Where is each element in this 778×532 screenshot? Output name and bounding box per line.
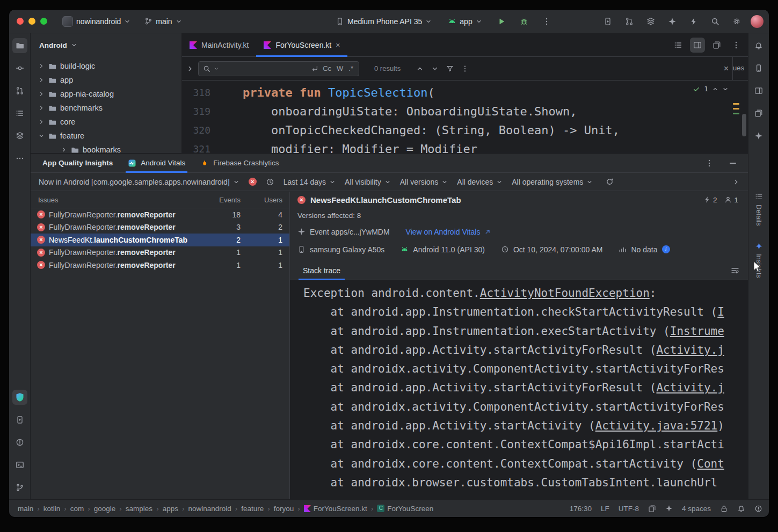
info-icon[interactable]: i: [662, 245, 670, 253]
time-range-filter[interactable]: Last 14 days: [283, 178, 336, 186]
preview-layout-button[interactable]: [709, 38, 724, 53]
run-config-selector[interactable]: app: [443, 15, 486, 28]
settings-button[interactable]: [729, 14, 744, 29]
reader-mode-icon[interactable]: [648, 505, 656, 513]
hide-panel-button[interactable]: [725, 156, 740, 171]
minimize-window-button[interactable]: [28, 18, 35, 25]
editor-more-button[interactable]: [729, 38, 744, 53]
issue-row[interactable]: ×FullyDrawnReporter.removeReporter11: [31, 259, 289, 272]
device-selector[interactable]: Medium Phone API 35: [331, 15, 436, 28]
more-run-actions-button[interactable]: [539, 14, 554, 29]
file-encoding[interactable]: UTF-8: [619, 505, 639, 513]
chevron-right-icon[interactable]: [38, 105, 45, 111]
soft-wrap-button[interactable]: [731, 266, 739, 275]
chevron-right-icon[interactable]: [38, 77, 45, 83]
tab-firebase-crashlytics[interactable]: Firebase Crashlytics: [200, 154, 279, 172]
versions-filter[interactable]: All versions: [400, 178, 448, 186]
notifications-tool-button[interactable]: [751, 38, 766, 53]
line-separator[interactable]: LF: [601, 505, 609, 513]
project-selector[interactable]: nowinandroid: [58, 14, 135, 29]
breadcrumb-item[interactable]: kotlin: [43, 505, 61, 513]
previous-occurrence-button[interactable]: [412, 61, 427, 76]
app-filter[interactable]: Now in Android [com.google.samples.apps.…: [39, 178, 239, 186]
project-tool-button[interactable]: [12, 38, 27, 53]
next-occurrence-button[interactable]: [427, 61, 442, 76]
breadcrumb-item[interactable]: apps: [163, 505, 178, 513]
debug-button[interactable]: [517, 14, 532, 29]
stack-link[interactable]: Instrume: [670, 325, 724, 338]
project-view-selector[interactable]: Android: [31, 33, 181, 57]
search-history-chevron-icon[interactable]: [214, 66, 219, 71]
tab-stack-trace[interactable]: Stack trace: [299, 261, 345, 280]
caret-position[interactable]: 176:30: [570, 505, 592, 513]
inspection-widget[interactable]: 1: [693, 85, 729, 93]
services-tool-button[interactable]: [12, 128, 27, 143]
inspections-status-icon[interactable]: [754, 505, 762, 513]
issue-row[interactable]: ×FullyDrawnReporter.removeReporter32: [31, 221, 289, 234]
stack-link[interactable]: Activity.java:5721: [595, 419, 718, 432]
os-filter[interactable]: All operating systems: [512, 178, 593, 186]
device-explorer-tool-button[interactable]: [751, 61, 766, 76]
chevron-down-icon[interactable]: [38, 133, 45, 139]
resource-manager-tool-button[interactable]: [751, 106, 766, 121]
breadcrumb-item[interactable]: CForYouScreen: [377, 505, 433, 513]
commit-tool-button[interactable]: [12, 61, 27, 76]
tab-mainactivity[interactable]: MainActivity.kt: [182, 33, 256, 56]
breadcrumb-item[interactable]: samples: [126, 505, 152, 513]
refresh-button[interactable]: [602, 174, 617, 190]
match-case-toggle[interactable]: Cc: [322, 64, 332, 72]
breadcrumb-item[interactable]: ForYouScreen.kt: [304, 505, 367, 513]
aqi-options-button[interactable]: [702, 156, 717, 171]
structure-view-button[interactable]: [671, 38, 686, 53]
stack-link[interactable]: I: [717, 305, 724, 318]
search-everywhere-button[interactable]: [708, 14, 723, 29]
details-side-tab[interactable]: Details: [755, 193, 763, 226]
terminal-tool-button[interactable]: [12, 457, 27, 472]
search-options-button[interactable]: [457, 61, 472, 76]
issue-row[interactable]: ×FullyDrawnReporter.removeReporter11: [31, 246, 289, 259]
devices-filter[interactable]: All devices: [457, 178, 503, 186]
more-tool-windows-button[interactable]: [12, 151, 27, 166]
breadcrumb-item[interactable]: google: [94, 505, 116, 513]
stack-link[interactable]: Activity.j: [656, 381, 724, 394]
chevron-right-icon[interactable]: [38, 63, 45, 69]
breadcrumb-item[interactable]: foryou: [274, 505, 294, 513]
fatal-severity-toggle[interactable]: ×: [249, 178, 257, 186]
whole-words-toggle[interactable]: W: [336, 64, 344, 72]
issue-row[interactable]: ×NewsFeedKt.launchCustomChromeTab21: [31, 234, 289, 246]
profiler-button[interactable]: [686, 14, 701, 29]
search-field[interactable]: Cc W .*: [198, 61, 359, 76]
expand-find-icon[interactable]: [186, 65, 194, 72]
ai-assistant-button[interactable]: [665, 14, 680, 29]
build-menu-button[interactable]: [643, 14, 658, 29]
tree-item[interactable]: build-logic: [31, 59, 181, 73]
filter-search-button[interactable]: [442, 61, 457, 76]
breadcrumb-item[interactable]: nowinandroid: [188, 505, 231, 513]
view-on-android-vitals-link[interactable]: View on Android Vitals: [406, 228, 481, 236]
code-editor[interactable]: 318private fun TopicSelection(319 onboar…: [182, 81, 748, 153]
stack-link[interactable]: ActivityNotFoundException: [480, 287, 650, 300]
close-tab-icon[interactable]: ×: [336, 41, 340, 49]
tree-item[interactable]: core: [31, 115, 181, 129]
stack-link[interactable]: Activity.j: [656, 344, 724, 356]
tree-item[interactable]: feature: [31, 129, 181, 143]
close-window-button[interactable]: [17, 18, 24, 25]
chevron-right-icon[interactable]: [38, 119, 45, 125]
device-mirroring-button[interactable]: [600, 14, 615, 29]
notifications-icon[interactable]: [737, 505, 745, 513]
split-editor-button[interactable]: [690, 38, 705, 53]
ai-status-icon[interactable]: [665, 505, 673, 512]
user-avatar[interactable]: [751, 15, 764, 28]
device-manager-tool-button[interactable]: [12, 412, 27, 427]
tab-android-vitals[interactable]: Android Vitals: [128, 154, 185, 172]
tree-item[interactable]: app-nia-catalog: [31, 87, 181, 101]
stack-link[interactable]: Cont: [697, 457, 724, 470]
visibility-filter[interactable]: All visibility: [345, 178, 391, 186]
issue-row[interactable]: ×FullyDrawnReporter.removeReporter184: [31, 208, 289, 221]
tree-item[interactable]: bookmarks: [31, 143, 181, 153]
tree-item[interactable]: benchmarks: [31, 101, 181, 115]
structure-tool-button[interactable]: [12, 106, 27, 121]
prev-problem-icon[interactable]: [712, 86, 718, 92]
tree-item[interactable]: app: [31, 73, 181, 87]
zoom-window-button[interactable]: [40, 18, 47, 25]
